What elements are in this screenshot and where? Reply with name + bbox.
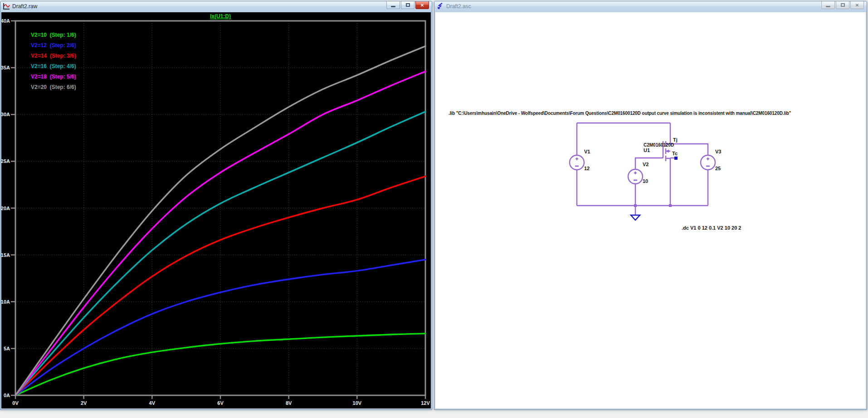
x-tick-label: 12V (421, 400, 430, 406)
schematic-window: Draft2.asc ✕ .lib "C:\Users\mhusain\OneD… (434, 1, 867, 410)
v3-value-label: 25 (715, 166, 721, 171)
waveform-plot[interactable]: 0A5A10A15A20A25A30A35A40A0V2V4V6V8V10V12… (1, 12, 431, 408)
tj-node-label: Tj (673, 137, 678, 143)
x-tick-label: 2V (81, 400, 87, 406)
waveform-window-titlebar[interactable]: Draft2.raw ✕ (0, 1, 432, 11)
legend-entry-V2=12: V2=12 (Step: 2/6) (31, 42, 76, 49)
close-button-inactive[interactable]: ✕ (850, 1, 864, 9)
voltage-source-v1[interactable] (570, 155, 584, 170)
wires[interactable] (577, 123, 708, 215)
waveform-plot-canvas[interactable]: 0A5A10A15A20A25A30A35A40A0V2V4V6V8V10V12… (1, 12, 431, 408)
y-tick-label: 0A (4, 393, 10, 398)
waveform-file-icon (3, 3, 10, 10)
v2-value-label: 10 (643, 178, 648, 184)
u1-name-label: U1 (644, 148, 650, 153)
minimize-button-inactive[interactable] (821, 1, 835, 9)
schematic-canvas[interactable]: .lib "C:\Users\mhusain\OneDrive - Wolfsp… (435, 12, 866, 408)
wire-gate[interactable] (635, 158, 663, 169)
v1-value-label: 12 (584, 166, 590, 171)
legend-entry-V2=16: V2=16 (Step: 4/6) (31, 63, 76, 69)
schematic-file-icon (437, 3, 444, 10)
minimize-button[interactable] (386, 1, 400, 9)
legend-entry-V2=18: V2=18 (Step: 5/6) (31, 74, 76, 80)
v2-name-label: V2 (643, 162, 649, 167)
legend-entry-V2=20: V2=20 (Step: 6/6) (31, 84, 76, 90)
junction-dot (669, 204, 672, 207)
x-tick-label: 6V (217, 400, 224, 406)
legend-entry-V2=14: V2=14 (Step: 3/6) (31, 53, 76, 59)
u1-part-label: C2M0160120D (644, 143, 674, 148)
v3-name-label: V3 (715, 149, 721, 154)
legend-entry-V2=10: V2=10 (Step: 1/6) (31, 32, 76, 38)
waveform-window: Draft2.raw ✕ 0A5A10A15A20A25A30A35A40A0V… (0, 1, 432, 410)
y-tick-label: 25A (1, 158, 10, 164)
voltage-source-v2[interactable] (628, 169, 643, 184)
x-tick-label: 4V (149, 400, 156, 406)
y-tick-label: 5A (4, 346, 10, 351)
y-tick-label: 30A (1, 112, 10, 117)
schematic-window-title: Draft2.asc (446, 3, 471, 10)
x-tick-label: 10V (353, 400, 362, 406)
y-tick-label: 20A (1, 206, 10, 211)
ground-symbol[interactable] (631, 215, 640, 220)
voltage-source-v3[interactable] (701, 155, 715, 170)
plot-trace-title[interactable]: Ix(U1:D) (210, 13, 231, 20)
maximize-button-inactive[interactable] (836, 1, 849, 9)
y-tick-label: 40A (1, 18, 10, 24)
lib-directive-text[interactable]: .lib "C:\Users\mhusain\OneDrive - Wolfsp… (449, 111, 791, 116)
x-tick-label: 0V (12, 400, 19, 406)
junction-dot (634, 204, 637, 207)
schematic-window-titlebar[interactable]: Draft2.asc ✕ (434, 1, 867, 11)
y-tick-label: 10A (1, 299, 10, 305)
maximize-button[interactable] (401, 1, 414, 9)
x-tick-label: 8V (286, 400, 292, 406)
close-button[interactable]: ✕ (415, 1, 429, 9)
dc-directive-text[interactable]: .dc V1 0 12 0.1 V2 10 20 2 (682, 225, 741, 231)
tc-node-label: Tc (672, 151, 678, 156)
v1-name-label: V1 (584, 149, 590, 154)
tc-node-marker[interactable] (674, 157, 678, 160)
y-tick-label: 15A (1, 252, 10, 258)
y-tick-label: 35A (1, 65, 10, 70)
waveform-window-title: Draft2.raw (12, 3, 37, 10)
